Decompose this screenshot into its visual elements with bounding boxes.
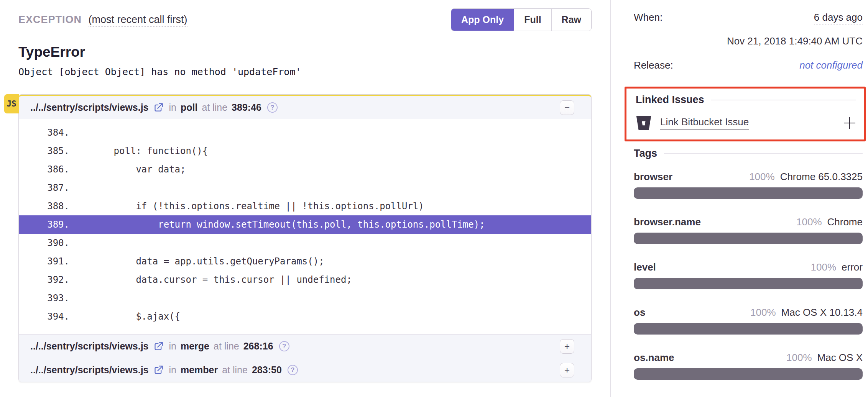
tag-distribution-bar[interactable] [634,187,863,199]
code-line-crash: 389. return window.setTimeout(this.poll,… [19,215,591,234]
tag-distribution-bar[interactable] [634,323,863,335]
code-line: 388. if (!this.options.realtime || !this… [19,197,591,215]
expand-frame-button[interactable]: + [560,339,574,354]
line-source: $.ajax({ [69,307,591,326]
linked-issues-header: Linked Issues [636,94,856,106]
exception-label: EXCEPTION [18,14,82,25]
line-number: 385. [19,142,69,160]
add-issue-icon[interactable] [843,116,856,130]
frame-lineno: 283:50 [252,364,282,376]
frame-function: merge [181,341,209,352]
line-number: 384. [19,123,69,142]
exception-value: Object [object Object] has no method 'up… [18,66,592,77]
tag-key[interactable]: os.name [634,352,674,364]
app-only-button[interactable]: App Only [451,8,514,31]
release-value[interactable]: not configured [799,59,863,71]
line-source: if (!this.options.realtime || !this.opti… [69,197,591,215]
external-link-icon[interactable] [153,365,164,375]
frame-atline-label: at line [222,364,248,376]
help-icon[interactable]: ? [267,102,278,113]
line-source [69,289,591,307]
line-source: var data; [69,160,591,179]
tag-value[interactable]: Mac OS X 10.13.4 [781,307,863,318]
code-line: 392. data.cursor = this.cursor || undefi… [19,271,591,289]
full-button[interactable]: Full [514,9,551,31]
tag-percent: 100% [749,171,775,183]
line-number: 391. [19,252,69,271]
annotation-highlight-box: Linked Issues Link Bitbucket Issue [625,87,866,141]
code-line: 387. [19,179,591,197]
section-divider [711,100,856,100]
tag-percent: 100% [811,261,837,273]
line-source: data.cursor = this.cursor || undefined; [69,271,591,289]
code-line: 394. $.ajax({ [19,307,591,326]
line-source [69,123,591,142]
tag-percent: 100% [786,352,812,364]
code-context: 384. 385. poll: function(){ 386. var dat… [19,119,591,334]
line-source: poll: function(){ [69,142,591,160]
code-line: 384. [19,123,591,142]
tags-header: Tags [634,148,863,159]
stack-frame: ../../sentry/scripts/views.js in member … [19,358,591,382]
stack-frame-header[interactable]: ../../sentry/scripts/views.js in poll at… [19,95,591,119]
external-link-icon[interactable] [153,102,164,113]
tag-key[interactable]: level [634,261,656,273]
code-line: 390. [19,234,591,252]
tag-distribution-bar[interactable] [634,233,863,244]
line-source: return window.setTimeout(this.poll, this… [69,215,591,234]
help-icon[interactable]: ? [279,341,289,351]
frame-in-label: in [169,341,176,352]
tags-section: Tags browser 100%Chrome 65.0.3325 browse… [634,148,863,397]
exception-header-row: EXCEPTION (most recent call first) App O… [18,8,592,31]
link-bitbucket-issue-link[interactable]: Link Bitbucket Issue [660,116,749,130]
frame-filename: ../../sentry/scripts/views.js [30,341,148,352]
platform-js-badge: JS [4,94,19,113]
exception-order-note[interactable]: (most recent call first) [89,14,187,27]
frame-in-label: in [169,364,176,376]
section-divider [664,153,863,154]
frame-filename: ../../sentry/scripts/views.js [30,364,148,376]
when-row: When: 6 days ago [634,11,863,25]
line-source: data = app.utils.getQueryParams(); [69,252,591,271]
line-number: 394. [19,307,69,326]
frame-lineno: 389:46 [232,102,261,113]
tag-key[interactable]: os [634,307,645,318]
line-number: 392. [19,271,69,289]
when-label: When: [634,11,663,23]
tag-row: browser 100%Chrome 65.0.3325 [634,171,863,199]
stack-frame-header[interactable]: ../../sentry/scripts/views.js in merge a… [19,334,591,358]
line-number: 388. [19,197,69,215]
tag-value[interactable]: error [842,261,863,273]
help-icon[interactable]: ? [288,365,298,375]
stacktrace: JS ../../sentry/scripts/views.js in poll… [18,94,592,382]
release-row: Release: not configured [634,59,863,71]
tag-distribution-bar[interactable] [634,368,863,380]
tag-row: os 100%Mac OS X 10.13.4 [634,307,863,335]
frame-filename: ../../sentry/scripts/views.js [30,102,148,113]
tag-value[interactable]: Chrome [827,216,863,228]
tag-value[interactable]: Chrome 65.0.3325 [780,171,863,183]
code-line: 393. [19,289,591,307]
tag-percent: 100% [750,307,776,318]
stack-frame-header[interactable]: ../../sentry/scripts/views.js in member … [19,358,591,382]
line-source [69,234,591,252]
exception-type: TypeError [18,44,592,60]
collapse-frame-button[interactable]: − [560,100,574,115]
expand-frame-button[interactable]: + [560,363,574,377]
tag-value[interactable]: Mac OS X [817,352,863,364]
frame-atline-label: at line [202,102,227,113]
code-line: 386. var data; [19,160,591,179]
line-number: 390. [19,234,69,252]
event-sidebar: When: 6 days ago Nov 21, 2018 1:49:40 AM… [611,0,868,397]
frame-title: ../../sentry/scripts/views.js in poll at… [30,102,278,113]
tag-key[interactable]: browser [634,171,672,183]
raw-button[interactable]: Raw [551,9,591,31]
external-link-icon[interactable] [153,341,164,351]
exception-panel: EXCEPTION (most recent call first) App O… [0,0,611,397]
when-relative-time[interactable]: 6 days ago [814,11,863,25]
code-line: 391. data = app.utils.getQueryParams(); [19,252,591,271]
tag-distribution-bar[interactable] [634,278,863,289]
tag-percent: 100% [796,216,822,228]
tag-key[interactable]: browser.name [634,216,701,228]
bitbucket-icon [636,116,652,130]
